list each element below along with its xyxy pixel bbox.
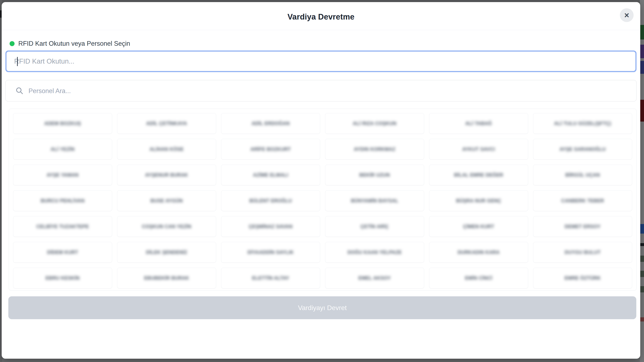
personnel-button[interactable]: ALİ YEZİN — [13, 139, 112, 160]
personnel-name-blurred: AYDIN KORKMAZ — [354, 146, 396, 152]
personnel-button[interactable]: EBUBEKİR BURAK — [117, 268, 216, 289]
personnel-button[interactable]: DOĞU KAAN YELPAZE — [325, 242, 424, 263]
personnel-button[interactable]: ALİ TULU GÜZEL(ŞFTÇ) — [533, 113, 632, 134]
background-app-sliver — [640, 224, 644, 234]
overlay-edge-right — [640, 0, 644, 362]
personnel-name-blurred: AYŞENUR BURAK — [145, 172, 188, 178]
personnel-name-blurred: ALİ RIZA COŞKUN — [353, 121, 396, 126]
personnel-name-blurred: EMRE ÖZTÜRK — [564, 275, 601, 281]
personnel-button[interactable]: BİRGÜL UÇAN — [533, 165, 632, 185]
personnel-button[interactable]: CELBİYE TUZAKTEPE — [13, 216, 112, 237]
background-app-sliver — [640, 271, 644, 277]
personnel-name-blurred: DİYAADDİN SAYLIK — [248, 250, 294, 255]
personnel-button[interactable]: ADİL ERDOĞAN — [221, 113, 320, 134]
personnel-name-blurred: ADİL ERDOĞAN — [252, 121, 290, 126]
personnel-button[interactable]: AYDIN KORKMAZ — [325, 139, 424, 160]
overlay-edge-bottom — [0, 358, 644, 362]
personnel-button[interactable]: ALİ TABAĞ — [429, 113, 528, 134]
personnel-button[interactable]: EMİN CİNCİ — [429, 268, 528, 289]
personnel-name-blurred: ELETTİN ALTAY — [252, 275, 289, 281]
personnel-name-blurred: ALİ TABAĞ — [465, 121, 492, 126]
personnel-button[interactable]: ALİHAN KÖSE — [117, 139, 216, 160]
personnel-name-blurred: AYŞE SARANOĞLU — [560, 146, 606, 152]
personnel-button[interactable]: AYŞE YAMAN — [13, 165, 112, 185]
personnel-button[interactable]: EMEL AKSOY — [325, 268, 424, 289]
text-caret — [17, 57, 18, 66]
shift-handover-modal: Vardiya Devretme × RFID Kart Okutun veya… — [2, 2, 640, 359]
personnel-name-blurred: BİLAL EMRE DEĞER — [454, 172, 503, 178]
personnel-button[interactable]: ARİFE BOZKURT — [221, 139, 320, 160]
close-icon: × — [624, 11, 629, 19]
personnel-name-blurred: ALİHAN KÖSE — [150, 146, 184, 152]
personnel-button[interactable]: ÇETİN ARİÇ — [325, 216, 424, 237]
personnel-search-input[interactable] — [28, 80, 634, 102]
personnel-button[interactable]: BÜŞRA NUR GENÇ — [429, 190, 528, 211]
personnel-button[interactable]: AZİME ELMALI — [221, 165, 320, 185]
personnel-button[interactable]: BİLAL EMRE DEĞER — [429, 165, 528, 185]
personnel-name-blurred: ARİFE BOZKURT — [250, 146, 291, 152]
personnel-button[interactable]: DURKADIN KARA — [429, 242, 528, 263]
personnel-list-container[interactable]: ADEM BOZKUŞ ADİL ÇETİNKAYA ADİL ERDOĞAN … — [9, 109, 636, 291]
personnel-name-blurred: EMEL AKSOY — [358, 275, 391, 281]
rfid-input-focus-ring — [6, 50, 636, 72]
personnel-name-blurred: DUYGU BULUT — [565, 250, 601, 255]
personnel-name-blurred: BÜLENT EROĞLU — [250, 198, 292, 204]
personnel-name-blurred: DEMET ERSOY — [565, 224, 601, 229]
background-app-sliver — [640, 317, 644, 322]
personnel-name-blurred: DURKADIN KARA — [458, 250, 500, 255]
personnel-search-box — [6, 80, 636, 101]
personnel-button[interactable]: BEKİR UZUN — [325, 165, 424, 185]
personnel-button[interactable]: DİLEK ŞENDENİZ — [117, 242, 216, 263]
modal-title: Vardiya Devretme — [2, 12, 640, 21]
personnel-name-blurred: BUSE AYGÜN — [150, 198, 183, 204]
personnel-name-blurred: EBUBEKİR BURAK — [144, 275, 189, 281]
personnel-button[interactable]: AYŞENUR BURAK — [117, 165, 216, 185]
personnel-button[interactable]: AYŞE SARANOĞLU — [533, 139, 632, 160]
personnel-button[interactable]: BURCU PEHLİVAN — [13, 190, 112, 211]
status-label: RFID Kart Okutun veya Personel Seçin — [18, 40, 130, 47]
personnel-name-blurred: BEKİR UZUN — [360, 172, 390, 178]
personnel-name-blurred: DİLEK ŞENDENİZ — [146, 250, 188, 255]
personnel-name-blurred: EMİN CİNCİ — [465, 275, 492, 281]
personnel-name-blurred: BÜŞRA NUR GENÇ — [456, 198, 501, 204]
personnel-button[interactable]: BÜNYAMİN BAYSAL — [325, 190, 424, 211]
personnel-button[interactable]: DUYGU BULUT — [533, 242, 632, 263]
background-app-sliver — [640, 61, 644, 74]
modal-header: Vardiya Devretme × — [2, 2, 640, 30]
personnel-button[interactable]: ELETTİN ALTAY — [221, 268, 320, 289]
personnel-name-blurred: ALİ YEZİN — [50, 146, 74, 152]
personnel-button[interactable]: AYKUT SAVCI — [429, 139, 528, 160]
personnel-button[interactable]: EBRU KESKİN — [13, 268, 112, 289]
personnel-button[interactable]: COŞKUN CAN YEZİN — [117, 216, 216, 237]
background-app-sliver — [640, 256, 644, 262]
personnel-button[interactable]: EMRE ÖZTÜRK — [533, 268, 632, 289]
personnel-name-blurred: ÇEŞMİNAZ SAVAN — [249, 224, 293, 229]
personnel-button[interactable]: DİDEM KURT — [13, 242, 112, 263]
personnel-name-blurred: ADİL ÇETİNKAYA — [146, 121, 187, 126]
personnel-name-blurred: COŞKUN CAN YEZİN — [142, 224, 191, 229]
personnel-button[interactable]: BUSE AYGÜN — [117, 190, 216, 211]
personnel-name-blurred: AYŞE YAMAN — [46, 172, 79, 178]
personnel-button[interactable]: CANBERK TEBER — [533, 190, 632, 211]
personnel-name-blurred: AYKUT SAVCI — [462, 146, 495, 152]
personnel-button[interactable]: ÇEŞMİNAZ SAVAN — [221, 216, 320, 237]
personnel-button[interactable]: ADEM BOZKUŞ — [13, 113, 112, 134]
personnel-name-blurred: BÜNYAMİN BAYSAL — [351, 198, 398, 204]
personnel-name-blurred: ADEM BOZKUŞ — [44, 121, 81, 126]
status-dot-icon — [10, 41, 14, 46]
personnel-button[interactable]: ALİ RIZA COŞKUN — [325, 113, 424, 134]
personnel-button[interactable]: DİYAADDİN SAYLIK — [221, 242, 320, 263]
personnel-button[interactable]: DEMET ERSOY — [533, 216, 632, 237]
handover-submit-button[interactable]: Vardiyayı Devret — [8, 296, 636, 319]
rfid-input[interactable] — [6, 51, 636, 71]
personnel-button[interactable]: ADİL ÇETİNKAYA — [117, 113, 216, 134]
personnel-name-blurred: DİDEM KURT — [47, 250, 78, 255]
personnel-name-blurred: BURCU PEHLİVAN — [40, 198, 84, 204]
personnel-name-blurred: BİRGÜL UÇAN — [565, 172, 600, 178]
personnel-name-blurred: DOĞU KAAN YELPAZE — [348, 250, 402, 255]
personnel-name-blurred: ALİ TULU GÜZEL(ŞFTÇ) — [554, 121, 611, 126]
close-button[interactable]: × — [620, 8, 634, 22]
personnel-button[interactable]: ÇİMEN KURT — [429, 216, 528, 237]
personnel-button[interactable]: BÜLENT EROĞLU — [221, 190, 320, 211]
background-app-sliver — [640, 286, 644, 292]
